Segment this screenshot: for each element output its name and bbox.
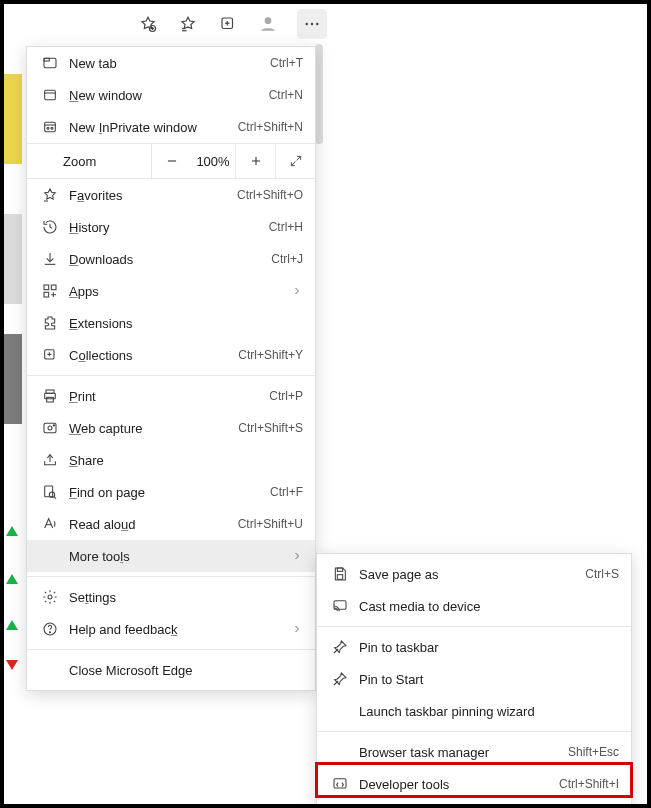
new-window-icon (39, 87, 61, 103)
menu-item-new-window[interactable]: NNew windowew window Ctrl+N (27, 79, 315, 111)
menu-zoom-row: Zoom 100% (27, 143, 315, 179)
submenu-item-label: Pin to taskbar (351, 640, 619, 655)
menu-item-label: Print (61, 389, 269, 404)
history-icon (39, 219, 61, 235)
menu-item-inprivate[interactable]: New InPrivate window Ctrl+Shift+N (27, 111, 315, 143)
menu-item-settings[interactable]: Settings (27, 581, 315, 613)
menu-item-close-edge[interactable]: Close Microsoft Edge (27, 654, 315, 686)
menu-item-share[interactable]: Share (27, 444, 315, 476)
fullscreen-button[interactable] (275, 144, 315, 178)
more-tools-submenu: Save page as Ctrl+S Cast media to device… (316, 553, 632, 807)
menu-item-print[interactable]: Print Ctrl+P (27, 380, 315, 412)
menu-item-extensions[interactable]: Extensions (27, 307, 315, 339)
menu-item-label: NNew windowew window (61, 88, 269, 103)
submenu-item-label: Cast media to device (351, 599, 619, 614)
help-icon (39, 621, 61, 637)
submenu-item-task-manager[interactable]: Browser task manager Shift+Esc (317, 736, 631, 768)
menu-item-favorites[interactable]: Favorites Ctrl+Shift+O (27, 179, 315, 211)
save-icon (329, 566, 351, 582)
share-icon (39, 452, 61, 468)
svg-rect-28 (44, 285, 49, 290)
menu-item-label: New tab (61, 56, 270, 71)
svg-rect-30 (44, 292, 49, 297)
add-favorite-button[interactable] (137, 13, 159, 35)
svg-rect-16 (45, 122, 56, 131)
settings-icon (39, 589, 61, 605)
web-capture-icon (39, 420, 61, 436)
svg-rect-51 (337, 575, 342, 580)
submenu-separator (317, 626, 631, 627)
svg-point-49 (49, 632, 50, 633)
settings-and-more-button[interactable] (297, 9, 327, 39)
svg-point-41 (53, 425, 54, 426)
svg-rect-50 (337, 568, 342, 571)
svg-rect-14 (45, 90, 56, 99)
submenu-item-shortcut: Ctrl+Shift+I (559, 777, 619, 791)
submenu-item-label: Browser task manager (351, 745, 568, 760)
menu-item-label: More tools (61, 549, 291, 564)
menu-item-shortcut: Ctrl+Shift+N (238, 120, 303, 134)
menu-separator (27, 375, 315, 376)
submenu-item-developer-tools[interactable]: Developer tools Ctrl+Shift+I (317, 768, 631, 800)
menu-item-shortcut: Ctrl+Shift+S (238, 421, 303, 435)
svg-rect-12 (44, 58, 56, 67)
svg-line-23 (296, 156, 300, 160)
profile-button[interactable] (257, 13, 279, 35)
menu-item-label: Help and feedback (61, 622, 291, 637)
menu-separator (27, 576, 315, 577)
menu-item-shortcut: Ctrl+P (269, 389, 303, 403)
zoom-in-button[interactable] (235, 144, 275, 178)
menu-item-new-tab[interactable]: New tab Ctrl+T (27, 47, 315, 79)
menu-item-label: Favorites (61, 188, 237, 203)
menu-item-shortcut: Ctrl+N (269, 88, 303, 102)
menu-scrollbar[interactable] (315, 44, 323, 144)
menu-item-label: Close Microsoft Edge (61, 663, 303, 678)
menu-item-history[interactable]: History Ctrl+H (27, 211, 315, 243)
zoom-out-button[interactable] (151, 144, 191, 178)
zoom-label: Zoom (27, 154, 151, 169)
submenu-item-launch-pinning-wizard[interactable]: Launch taskbar pinning wizard (317, 695, 631, 727)
svg-point-19 (51, 127, 53, 129)
svg-rect-29 (51, 285, 56, 290)
submenu-item-save-page-as[interactable]: Save page as Ctrl+S (317, 558, 631, 590)
menu-item-shortcut: Ctrl+F (270, 485, 303, 499)
downloads-icon (39, 251, 61, 267)
submenu-item-label: Launch taskbar pinning wizard (351, 704, 619, 719)
menu-item-label: Downloads (61, 252, 271, 267)
read-aloud-icon (39, 516, 61, 532)
svg-line-45 (54, 497, 56, 499)
menu-item-apps[interactable]: Apps (27, 275, 315, 307)
svg-rect-55 (334, 779, 346, 788)
menu-item-shortcut: Ctrl+Shift+U (238, 517, 303, 531)
menu-item-more-tools[interactable]: More tools (27, 540, 315, 572)
menu-item-web-capture[interactable]: Web capture Ctrl+Shift+S (27, 412, 315, 444)
marker-triangle (6, 660, 18, 670)
menu-item-collections[interactable]: Collections Ctrl+Shift+Y (27, 339, 315, 371)
collections-button[interactable] (217, 13, 239, 35)
submenu-item-cast[interactable]: Cast media to device (317, 590, 631, 622)
chevron-right-icon (291, 285, 303, 297)
pin-icon (329, 671, 351, 687)
menu-item-label: New InPrivate window (61, 120, 238, 135)
svg-point-11 (316, 23, 318, 25)
submenu-item-pin-taskbar[interactable]: Pin to taskbar (317, 631, 631, 663)
menu-item-read-aloud[interactable]: Read aloud Ctrl+Shift+U (27, 508, 315, 540)
svg-rect-38 (47, 397, 54, 402)
favorites-button[interactable] (177, 13, 199, 35)
menu-item-find-on-page[interactable]: Find on page Ctrl+F (27, 476, 315, 508)
apps-icon (39, 283, 61, 299)
find-icon (39, 484, 61, 500)
svg-point-18 (47, 127, 49, 129)
menu-item-label: Collections (61, 348, 238, 363)
menu-item-label: History (61, 220, 269, 235)
menu-item-shortcut: Ctrl+J (271, 252, 303, 266)
svg-line-24 (291, 162, 295, 166)
devtools-icon (329, 776, 351, 792)
menu-item-help-feedback[interactable]: Help and feedback (27, 613, 315, 645)
menu-item-downloads[interactable]: Downloads Ctrl+J (27, 243, 315, 275)
submenu-item-label: Pin to Start (351, 672, 619, 687)
chevron-right-icon (291, 550, 303, 562)
submenu-item-pin-start[interactable]: Pin to Start (317, 663, 631, 695)
svg-rect-13 (44, 58, 49, 61)
marker-triangle (6, 526, 18, 536)
